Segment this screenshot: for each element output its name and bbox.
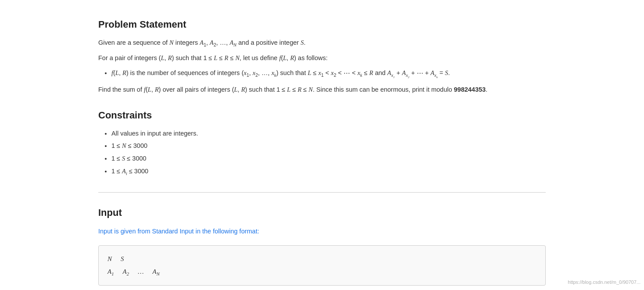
- problem-bullet-list: f(L, R) is the number of sequences of in…: [98, 68, 546, 79]
- watermark: https://blog.csdn.net/m_0/90707...: [568, 279, 640, 286]
- constraint-item-1: All values in input are integers.: [111, 128, 546, 139]
- input-description: Input is given from Standard Input in th…: [98, 226, 546, 237]
- input-section: Input Input is given from Standard Input…: [98, 205, 546, 286]
- code-N: N: [107, 253, 112, 265]
- page-container: Problem Statement Given are a sequence o…: [81, 0, 563, 290]
- problem-line1: Given are a sequence of N integers A1, A…: [98, 37, 546, 49]
- code-AN: AN: [153, 265, 160, 279]
- constraint-item-4: 1 ≤ Ai ≤ 3000: [111, 166, 546, 178]
- problem-statement-section: Problem Statement Given are a sequence o…: [98, 17, 546, 95]
- input-title: Input: [98, 205, 546, 220]
- code-dots: …: [138, 265, 143, 278]
- code-S: S: [121, 253, 124, 265]
- code-A2: A2: [123, 265, 129, 279]
- problem-summary: Find the sum of f(L, R) over all pairs o…: [98, 84, 546, 95]
- code-row-1: N S: [107, 253, 537, 265]
- input-format-block: N S A1 A2 … AN: [98, 245, 546, 286]
- constraints-section: Constraints All values in input are inte…: [98, 107, 546, 193]
- problem-line2: For a pair of integers (L, R) such that …: [98, 53, 546, 64]
- code-row-2: A1 A2 … AN: [107, 265, 537, 279]
- problem-bullet-item: f(L, R) is the number of sequences of in…: [111, 68, 546, 79]
- problem-statement-title: Problem Statement: [98, 17, 546, 32]
- constraints-list: All values in input are integers. 1 ≤ N …: [98, 128, 546, 178]
- constraint-item-3: 1 ≤ S ≤ 3000: [111, 153, 546, 164]
- constraint-item-2: 1 ≤ N ≤ 3000: [111, 140, 546, 151]
- constraints-title: Constraints: [98, 107, 546, 123]
- input-link[interactable]: Input is given from Standard Input in th…: [98, 228, 259, 235]
- code-A1: A1: [107, 265, 114, 279]
